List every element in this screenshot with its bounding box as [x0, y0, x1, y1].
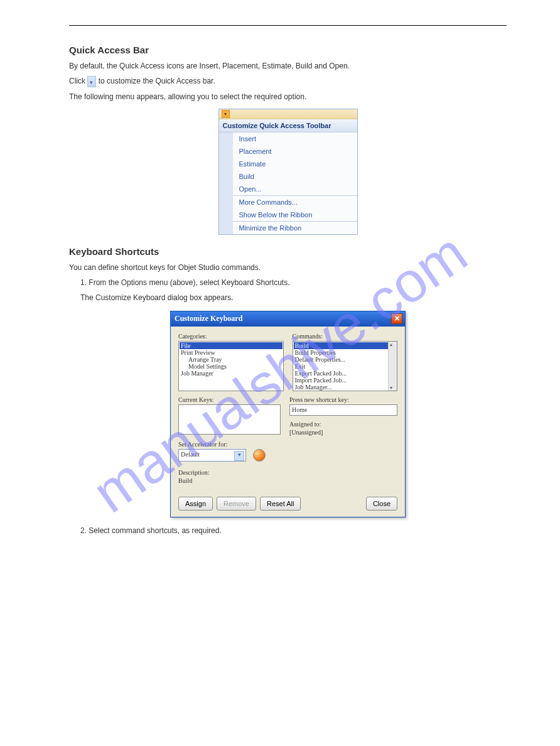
text-after-icon: to customize the Quick Access bar. [99, 77, 215, 85]
reset-all-button[interactable]: Reset All [260, 497, 301, 511]
description-label: Description: [178, 469, 397, 476]
command-build[interactable]: Build [294, 342, 397, 349]
keyboard-caption: The Customize Keyboard dialog box appear… [80, 292, 507, 303]
description-value: Build [178, 477, 192, 484]
accelerator-select[interactable]: Default [178, 449, 246, 462]
section-keyboard-title: Keyboard Shortcuts [69, 246, 507, 257]
qat-item-more-commands[interactable]: More Commands... [233, 196, 357, 208]
categories-label: Categories: [178, 333, 284, 340]
assigned-to-label: Assigned to: [289, 421, 397, 428]
assign-button[interactable]: Assign [178, 497, 213, 511]
dialog-titlebar: Customize Keyboard ✕ [171, 311, 405, 327]
step2-text: Select command shortcuts, as required. [89, 526, 221, 535]
current-keys-label: Current Keys: [178, 396, 281, 403]
keyboard-step2: 2. Select command shortcuts, as required… [80, 525, 507, 536]
shortcut-key-input[interactable]: Home [289, 404, 397, 416]
qat-item-placement[interactable]: Placement [233, 145, 357, 158]
qat-menu-intro: The following menu appears, allowing you… [69, 91, 507, 102]
qat-menu-title: Customize Quick Access Toolbar [219, 119, 357, 132]
keyboard-step1: 1. From the Options menu (above), select… [80, 277, 507, 288]
orb-icon [253, 449, 266, 462]
qat-item-estimate[interactable]: Estimate [233, 158, 357, 170]
qat-dropdown-button[interactable]: ▾ [222, 110, 230, 118]
commands-scrollbar[interactable] [388, 342, 397, 391]
step1-text: From the Options menu (above), select Ke… [89, 278, 289, 287]
qat-item-build[interactable]: Build [233, 170, 357, 183]
keyboard-intro: You can define shortcut keys for Objet S… [69, 262, 507, 273]
qat-menu-items: Insert Placement Estimate Build Open... … [219, 132, 357, 234]
dropdown-arrow-icon [87, 76, 96, 87]
set-accelerator-label: Set Accelerator for: [178, 441, 397, 448]
text-before-icon: Click [69, 77, 87, 85]
section-quick-access-title: Quick Access Bar [69, 45, 507, 55]
command-default-properties[interactable]: Default Properties... [294, 356, 397, 363]
categories-listbox[interactable]: File Print Preview Arrange Tray Model Se… [178, 341, 284, 391]
qat-click-instruction: Click to customize the Quick Access bar. [69, 75, 507, 87]
press-new-label: Press new shortcut key: [289, 396, 397, 403]
step2-number: 2. [80, 526, 89, 535]
command-export-packed[interactable]: Export Packed Job... [294, 370, 397, 377]
category-model-settings[interactable]: Model Settings [180, 363, 283, 370]
customize-keyboard-dialog: Customize Keyboard ✕ Categories: File Pr… [170, 311, 406, 517]
qat-item-show-below[interactable]: Show Below the Ribbon [233, 208, 357, 221]
command-job-manager[interactable]: Job Manager... [294, 384, 397, 391]
commands-listbox[interactable]: Build Build Properties Default Propertie… [293, 341, 398, 391]
qat-item-insert[interactable]: Insert [233, 132, 357, 145]
commands-label: Commands: [293, 333, 398, 340]
category-print-preview[interactable]: Print Preview [180, 349, 283, 356]
command-machine-properties[interactable]: Machine Properties [294, 391, 397, 391]
close-dialog-button[interactable]: Close [366, 497, 397, 511]
assigned-to-value: [Unassigned] [289, 429, 323, 436]
current-keys-listbox[interactable] [178, 404, 281, 435]
command-build-properties[interactable]: Build Properties [294, 349, 397, 356]
command-import-packed[interactable]: Import Packed Job... [294, 377, 397, 384]
qat-description: By default, the Quick Access icons are I… [69, 60, 507, 72]
step1-number: 1. [80, 278, 89, 287]
command-exit[interactable]: Exit [294, 363, 397, 370]
qat-customize-menu: ▾ Customize Quick Access Toolbar Insert … [218, 109, 358, 235]
qat-item-minimize[interactable]: Minimize the Ribbon [233, 222, 357, 234]
qat-item-open[interactable]: Open... [233, 183, 357, 195]
remove-button[interactable]: Remove [217, 497, 256, 511]
dialog-title-text: Customize Keyboard [175, 314, 242, 323]
category-arrange-tray[interactable]: Arrange Tray [180, 356, 283, 363]
header-rule [69, 25, 507, 26]
close-button[interactable]: ✕ [391, 313, 402, 324]
category-file[interactable]: File [180, 342, 283, 349]
qat-menu-topbar: ▾ [219, 109, 357, 119]
category-job-manager[interactable]: Job Manager [180, 370, 283, 377]
